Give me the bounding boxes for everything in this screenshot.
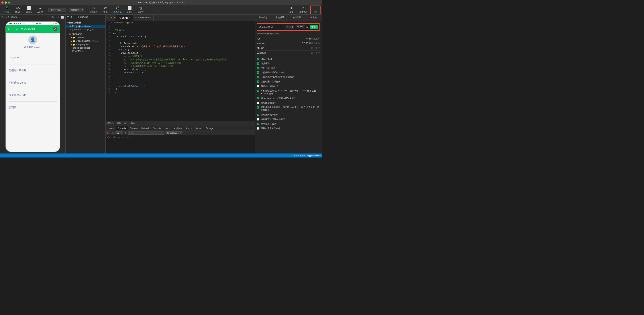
menu-item-4[interactable]: 云调用	[9, 104, 57, 111]
tree-vscode[interactable]: ▶ 📁 .vscode	[66, 36, 106, 39]
preview-btn[interactable]: 👁 预览	[100, 6, 110, 14]
tab-tencent-cloud[interactable]: 腾讯云	[305, 14, 322, 21]
push-button[interactable]: 推送	[310, 25, 318, 29]
open-editors-header[interactable]: ▼ 打开的编辑器	[66, 21, 106, 24]
checkbox-domain-input[interactable]	[257, 90, 259, 92]
console-tab-output[interactable]: 输出	[124, 121, 128, 126]
level-select[interactable]: top	[115, 132, 123, 134]
tree-projectconfig[interactable]: {} project.config.json	[66, 46, 106, 50]
stop-icon[interactable]: ⊘	[112, 132, 114, 134]
console-tab-debugger[interactable]: 调试器	[107, 121, 114, 126]
tree-cloudfunctions[interactable]: ▶ 📁 cloudfunctions | 当前...	[66, 39, 106, 43]
tree-readme[interactable]: ℹ README.md	[66, 50, 106, 53]
breadcrumb-forward[interactable]: →	[110, 22, 112, 24]
checkbox-compress-input[interactable]	[257, 76, 259, 78]
simulator-btn[interactable]: 📱 模拟器	[2, 6, 12, 14]
openid-link[interactable]: 点击获取 openid	[24, 46, 41, 49]
devtools-tab-mock[interactable]: Mock	[163, 126, 172, 130]
nav-back-icon[interactable]: ≡	[106, 16, 110, 19]
open-file-appjs[interactable]: ✕ JS app.js miniprogram	[66, 24, 106, 28]
checkbox-perf-input[interactable]	[257, 85, 259, 88]
debugger-btn[interactable]: ⬜ 调试器	[24, 6, 34, 14]
tree-miniprogram[interactable]: ▶ 📁 miniprogram	[66, 43, 106, 46]
menu-item-2[interactable]: 即时通信 Demo	[9, 80, 57, 86]
checkbox-new-compile-input[interactable]	[257, 114, 259, 116]
checkbox-multi-core-input[interactable]	[257, 123, 259, 125]
audio-icon[interactable]: ◁	[56, 15, 59, 19]
devtools-tab-appdata[interactable]: AppData	[172, 126, 184, 130]
cloudbase-header[interactable]: ▼ CLOUDBASE	[66, 32, 106, 36]
more-icon[interactable]: •••	[42, 28, 46, 30]
eye-icon[interactable]: 👁	[124, 132, 126, 134]
menu-item-3[interactable]: 快速新建云函数	[9, 92, 57, 98]
minimize-button[interactable]	[5, 2, 7, 4]
filter-input[interactable]	[128, 131, 164, 134]
checkbox-protect-input[interactable]	[257, 80, 259, 83]
breadcrumb-appjs[interactable]: app.js	[126, 22, 132, 24]
devtools-tab-sources[interactable]: Sources	[128, 126, 140, 130]
help-icon[interactable]: ②	[271, 26, 273, 28]
checkbox-custom-cmd-input[interactable]	[257, 127, 259, 130]
real-debug-btn[interactable]: 📲 真机调试	[111, 6, 124, 14]
tab-guidewxss[interactable]: CSS guide.wxss	[133, 14, 154, 21]
checkbox-es6-input[interactable]	[257, 58, 259, 60]
devtools-tab-wxml[interactable]: Wxml	[107, 126, 116, 130]
clear-btn[interactable]: 🗑 清缓存	[136, 6, 146, 14]
editor-btn[interactable]: </> 编辑器	[12, 6, 23, 14]
detail-btn[interactable]: ☰ 详情	[310, 5, 320, 14]
devtools-tab-audits[interactable]: Audits	[184, 126, 194, 130]
home-icon[interactable]: ⌂	[53, 27, 57, 31]
screenshot-icon[interactable]: ◎	[51, 15, 54, 19]
checkbox-merge-compile-input[interactable]	[257, 118, 259, 120]
search-icon[interactable]: 🔍	[70, 16, 73, 18]
background-btn[interactable]: ⬜ 切后台	[124, 6, 135, 14]
checkbox-enhanced-input[interactable]	[257, 62, 259, 65]
open-file-guidewxss[interactable]: 🗒 guide.wxss miniprogram	[66, 28, 106, 31]
debug-library-version[interactable]: 2.12.0	[285, 26, 294, 29]
menu-item-1[interactable]: 前端操作数据库	[9, 67, 57, 74]
level-select-wrap[interactable]: top	[115, 132, 123, 134]
nav-arrows[interactable]: ⬅	[110, 16, 113, 19]
rotate-icon[interactable]: ⬚	[46, 15, 50, 19]
code-text[interactable]: //app.js App({ onLaunch: function () { i…	[112, 24, 254, 121]
new-file-icon[interactable]: +	[75, 16, 76, 18]
tab-close-icon[interactable]: ✕	[129, 16, 130, 19]
tab-appjs[interactable]: JS app.js ✕	[116, 14, 133, 21]
checkbox-hotreload-input[interactable]	[257, 106, 259, 108]
maximize-button[interactable]	[8, 2, 10, 4]
devtools-tab-console[interactable]: Console	[116, 126, 128, 130]
devtools-tab-storage[interactable]: Storage	[204, 126, 215, 130]
menu-item-0[interactable]: 上传图片	[9, 55, 57, 61]
tab-local-settings[interactable]: 本地设置	[272, 14, 288, 21]
window-controls[interactable]	[2, 2, 10, 4]
version-btn[interactable]: ≡ 版本管理	[297, 6, 310, 14]
devtools-tab-security[interactable]: Security	[151, 126, 163, 130]
close-button[interactable]	[2, 2, 4, 4]
cloud-btn[interactable]: ☁ 云开发	[35, 6, 45, 14]
tab-basic-info[interactable]: 基本信息	[255, 14, 272, 21]
nav-forward[interactable]: ➡	[113, 16, 116, 19]
default-levels-select[interactable]: Default levels	[165, 132, 182, 134]
devtools-tab-sensor[interactable]: Sensor	[194, 126, 204, 130]
tab-project-config[interactable]: 项目配置	[288, 14, 305, 21]
compile-select-wrap[interactable]: 普通编译	[69, 8, 84, 12]
checkbox-npm-input[interactable]	[257, 67, 259, 69]
checkbox-style-auto-input[interactable]	[257, 72, 259, 74]
compile-select[interactable]: 普通编译	[69, 8, 84, 12]
mode-select[interactable]: 小程序模式	[48, 8, 66, 12]
breadcrumb-miniprogram[interactable]: miniprogram	[113, 22, 124, 24]
checkbox-shadow-input[interactable]	[257, 97, 259, 100]
back-icon[interactable]: ‹	[8, 27, 9, 30]
console-tab-terminal[interactable]: 终端	[131, 121, 136, 126]
menu-icon[interactable]: ☰	[67, 16, 69, 18]
upload-btn[interactable]: ⬆ 上传	[286, 6, 296, 14]
refresh-btn[interactable]: ↻ 普通编译	[87, 6, 100, 14]
clear-console-icon[interactable]: 🚫	[107, 132, 110, 134]
checkbox-prefetch-input[interactable]	[257, 102, 259, 104]
default-levels-wrap[interactable]: Default levels	[165, 132, 182, 134]
console-tab-problems[interactable]: 问题	[116, 121, 121, 126]
breadcrumb-back[interactable]: ←	[108, 22, 110, 24]
mode-select-wrap[interactable]: 小程序模式	[48, 8, 66, 12]
devtools-tab-network[interactable]: Network	[140, 126, 151, 130]
fullscreen-icon[interactable]: ⬜	[60, 15, 64, 19]
